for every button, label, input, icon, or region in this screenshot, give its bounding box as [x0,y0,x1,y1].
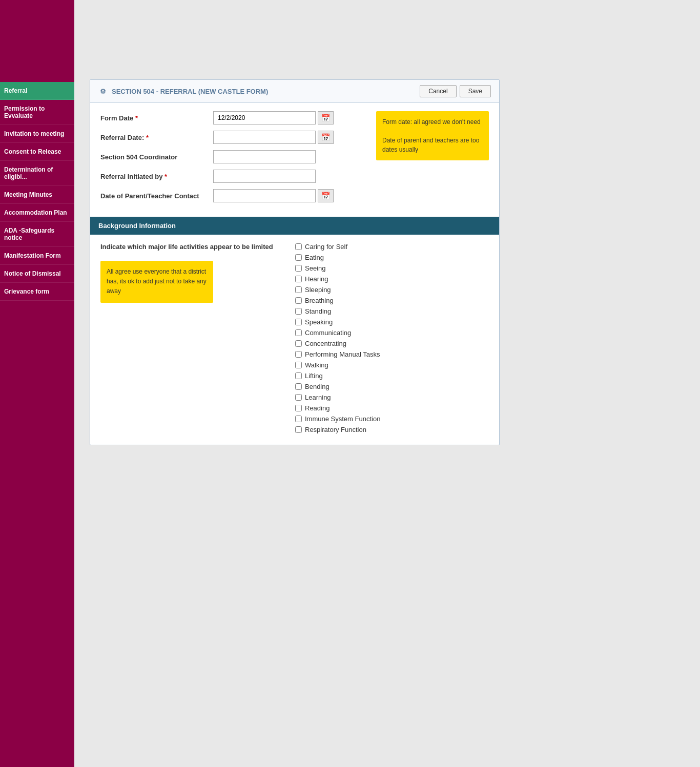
background-info-header: Background Information [90,217,499,235]
checkbox-walking-input[interactable] [295,362,302,368]
initiated-by-label: Referral Initiated by * [100,173,213,180]
checkbox-learning-input[interactable] [295,394,302,401]
form-date-row: Form Date * 📅 [100,111,368,125]
top-sticky-note: Form date: all agreed we don't need Date… [376,111,489,160]
checkbox-standing: Standing [295,307,489,315]
sidebar-item-determination[interactable]: Determination of eligibi... [0,161,74,186]
checkbox-communicating: Communicating [295,329,489,337]
fields-column: Form Date * 📅 Referral [100,111,368,209]
checkbox-respiratory-input[interactable] [295,426,302,433]
checkbox-walking: Walking [295,361,489,369]
form-date-input-wrap: 📅 [213,111,334,125]
initiated-by-row: Referral Initiated by * [100,170,368,183]
checkbox-standing-input[interactable] [295,308,302,315]
checkbox-sleeping-input[interactable] [295,286,302,293]
coordinator-row: Section 504 Coordinator [100,150,368,163]
parent-contact-row: Date of Parent/Teacher Contact 📅 [100,189,368,202]
referral-date-calendar-button[interactable]: 📅 [318,131,334,144]
checkbox-caring-for-self-input[interactable] [295,243,302,250]
calendar-icon-3: 📅 [321,192,330,200]
form-container: ⚙ SECTION 504 - REFERRAL (NEW CASTLE FOR… [90,79,500,445]
checkbox-hearing-input[interactable] [295,276,302,282]
referral-date-input-wrap: 📅 [213,131,334,144]
checkbox-eating-input[interactable] [295,254,302,261]
sidebar-item-invitation[interactable]: Invitation to meeting [0,125,74,143]
checkbox-respiratory: Respiratory Function [295,426,489,433]
form-date-calendar-button[interactable]: 📅 [318,111,334,125]
cancel-button[interactable]: Cancel [420,85,456,97]
checkbox-immune-system: Immune System Function [295,415,489,423]
checkboxes-list: Caring for Self Eating Seeing Hearing Sl… [295,243,489,437]
referral-date-input[interactable] [213,131,316,144]
referral-date-row: Referral Date: * 📅 [100,131,368,144]
checkbox-breathing: Breathing [295,297,489,304]
checkbox-lifting: Lifting [295,372,489,380]
coordinator-input[interactable] [213,150,316,163]
checkbox-learning: Learning [295,393,489,401]
checkbox-reading: Reading [295,404,489,412]
sidebar: Referral Permission to Evvaluate Invitat… [0,0,74,767]
fields-and-note-layout: Form Date * 📅 Referral [100,111,489,209]
top-sticky-note-column: Form date: all agreed we don't need Date… [376,111,489,209]
checkbox-breathing-input[interactable] [295,297,302,304]
checkbox-performing-manual-tasks: Performing Manual Tasks [295,350,489,358]
parent-contact-calendar-button[interactable]: 📅 [318,189,334,202]
sidebar-item-manifestation[interactable]: Manifestation Form [0,247,74,265]
sidebar-item-ada[interactable]: ADA -Safeguards notice [0,222,74,247]
coordinator-input-wrap [213,150,316,163]
checkbox-lifting-input[interactable] [295,372,302,379]
sidebar-item-grievance[interactable]: Grievance form [0,283,74,301]
checkbox-bending: Bending [295,383,489,390]
checkbox-concentrating: Concentrating [295,340,489,347]
form-header: ⚙ SECTION 504 - REFERRAL (NEW CASTLE FOR… [90,80,499,103]
checkbox-speaking-input[interactable] [295,319,302,325]
sidebar-item-referral[interactable]: Referral [0,82,74,100]
checkbox-seeing-input[interactable] [295,265,302,272]
checkbox-hearing: Hearing [295,275,489,283]
checkboxes-sticky-note: All agree use everyone that a district h… [100,261,213,303]
sidebar-item-permission[interactable]: Permission to Evvaluate [0,100,74,125]
checkbox-reading-input[interactable] [295,405,302,411]
checkbox-bending-input[interactable] [295,383,302,390]
checkbox-caring-for-self: Caring for Self [295,243,489,251]
initiated-by-input-wrap [213,170,316,183]
sidebar-item-accommodation[interactable]: Accommodation Plan [0,204,74,222]
save-button[interactable]: Save [460,85,491,97]
checkbox-performing-manual-tasks-input[interactable] [295,351,302,358]
checkboxes-left-col: Indicate which major life activities app… [100,243,285,437]
parent-contact-input-wrap: 📅 [213,189,334,202]
sidebar-item-dismissal[interactable]: Notice of Dismissal [0,265,74,283]
checkbox-seeing: Seeing [295,264,489,272]
form-title: SECTION 504 - REFERRAL (NEW CASTLE FORM) [112,88,268,95]
checkboxes-prompt: Indicate which major life activities app… [100,243,285,251]
form-date-input[interactable] [213,111,316,125]
form-fields-area: Form Date * 📅 Referral [90,103,499,217]
parent-contact-label: Date of Parent/Teacher Contact [100,192,213,200]
checkbox-eating: Eating [295,254,489,261]
settings-icon: ⚙ [98,87,108,96]
sidebar-item-consent[interactable]: Consent to Release [0,143,74,161]
calendar-icon: 📅 [321,114,330,122]
form-title-area: ⚙ SECTION 504 - REFERRAL (NEW CASTLE FOR… [98,87,268,96]
coordinator-label: Section 504 Coordinator [100,153,213,161]
referral-date-label: Referral Date: * [100,134,213,141]
parent-contact-input[interactable] [213,189,316,202]
checkboxes-section: Indicate which major life activities app… [90,235,499,445]
form-date-label: Form Date * [100,114,213,122]
checkbox-speaking: Speaking [295,318,489,326]
initiated-by-input[interactable] [213,170,316,183]
checkbox-concentrating-input[interactable] [295,340,302,347]
checkbox-sleeping: Sleeping [295,286,489,294]
calendar-icon-2: 📅 [321,133,330,141]
checkbox-communicating-input[interactable] [295,329,302,336]
checkbox-immune-system-input[interactable] [295,416,302,422]
sidebar-item-meeting-minutes[interactable]: Meeting Minutes [0,186,74,204]
main-content: ⚙ SECTION 504 - REFERRAL (NEW CASTLE FOR… [74,0,700,767]
form-header-buttons: Cancel Save [420,85,491,97]
